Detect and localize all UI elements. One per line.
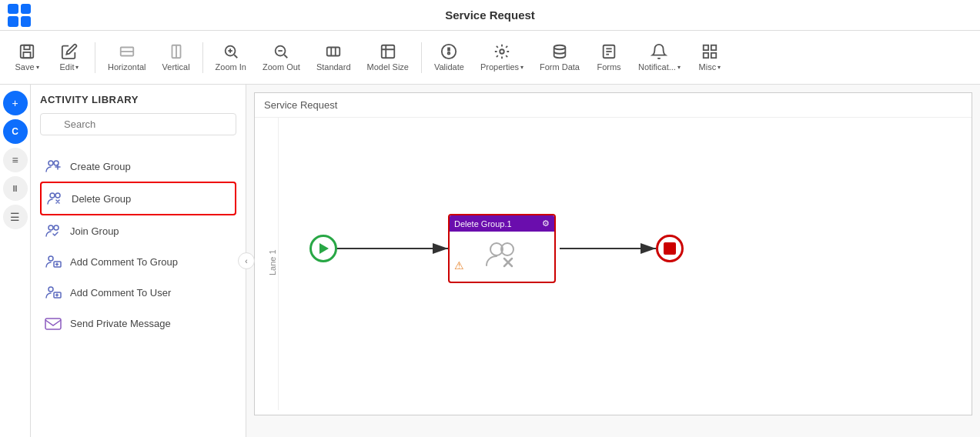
canvas-inner: Lane 1 (255, 118, 972, 410)
svg-rect-38 (45, 319, 61, 329)
lane-content: Delete Group.1 ⚙ ⚠ (278, 118, 972, 410)
library-item-send-private-message[interactable]: Send Private Message (40, 308, 236, 339)
toolbar-separator (95, 42, 95, 73)
toolbar: Save▾ Edit▾ Horizontal Vertical Zoom In … (0, 31, 980, 85)
end-node-icon (664, 242, 676, 255)
svg-rect-26 (704, 53, 708, 58)
svg-line-13 (285, 55, 288, 58)
app-icon-cell (8, 4, 18, 15)
canvas-container: Service Request Lane 1 (254, 92, 972, 415)
canvas-area: Service Request Lane 1 (246, 85, 980, 437)
library-title: ACTIVITY LIBRARY (40, 94, 236, 105)
search-input[interactable] (40, 113, 236, 135)
send-private-message-icon (44, 314, 62, 332)
svg-line-10 (234, 55, 237, 58)
list-icon-button[interactable]: ☰ (3, 205, 28, 229)
library-item-create-group[interactable]: Create Group (40, 151, 236, 182)
svg-point-19 (554, 45, 566, 50)
svg-rect-27 (711, 53, 716, 58)
model-size-button[interactable]: Model Size (361, 39, 415, 75)
misc-button[interactable]: Misc▾ (691, 39, 729, 75)
library-item-add-comment-user[interactable]: Add Comment To User (40, 277, 236, 308)
plus-icon-button[interactable]: + (3, 91, 28, 115)
page-title: Service Request (445, 8, 535, 22)
svg-rect-25 (711, 45, 716, 50)
svg-point-34 (48, 256, 53, 261)
standard-button[interactable]: Standard (310, 39, 357, 75)
flow-diagram (279, 118, 972, 410)
start-node-icon (319, 243, 329, 254)
toolbar-separator (421, 42, 422, 73)
canvas-label: Service Request (255, 93, 972, 118)
svg-rect-1 (24, 45, 29, 50)
svg-point-36 (48, 287, 53, 292)
join-group-icon (44, 222, 62, 240)
svg-point-32 (48, 225, 53, 230)
c-icon-button[interactable]: C (3, 119, 28, 144)
app-icon-cell (8, 16, 18, 27)
add-comment-user-icon (44, 283, 62, 302)
notifications-button[interactable]: Notificat...▾ (632, 39, 687, 75)
zoom-in-button[interactable]: Zoom In (209, 39, 253, 75)
library-item-add-comment-group[interactable]: Add Comment To Group (40, 246, 236, 277)
svg-rect-2 (23, 52, 30, 58)
lines-icon-button[interactable]: ≡ (3, 148, 28, 172)
add-comment-group-icon (44, 252, 62, 271)
edit-button[interactable]: Edit▾ (50, 39, 89, 75)
horizontal-button[interactable]: Horizontal (102, 39, 152, 75)
warning-icon: ⚠ (454, 259, 464, 272)
app-icon-cell (21, 4, 32, 15)
zoom-out-button[interactable]: Zoom Out (256, 39, 306, 75)
end-node (656, 235, 684, 262)
svg-rect-24 (704, 45, 708, 50)
properties-button[interactable]: Properties▾ (474, 39, 530, 75)
svg-rect-14 (327, 48, 340, 56)
collapse-library-button[interactable]: ‹ (238, 252, 255, 269)
library-item-join-group[interactable]: Join Group (40, 215, 236, 246)
gear-icon[interactable]: ⚙ (542, 218, 550, 229)
create-group-icon (44, 157, 62, 175)
ii-icon-button[interactable]: II (3, 176, 28, 201)
svg-point-30 (50, 193, 55, 198)
svg-point-18 (500, 49, 504, 54)
library-item-delete-group[interactable]: Delete Group (40, 182, 236, 215)
main-layout: + C ≡ II ☰ ACTIVITY LIBRARY 🔍 Create Gro… (0, 85, 980, 437)
svg-point-31 (55, 193, 60, 198)
validate-button[interactable]: Validate (428, 39, 470, 75)
start-node (309, 235, 337, 262)
delete-group-node-icon (483, 239, 521, 269)
activity-node-header: Delete Group.1 ⚙ (450, 215, 554, 232)
save-button[interactable]: Save▾ (8, 39, 46, 75)
side-icons: + C ≡ II ☰ (0, 85, 31, 437)
delete-group-icon (45, 189, 64, 208)
svg-point-33 (54, 225, 59, 230)
app-icon-cell (21, 16, 32, 27)
app-icon (8, 4, 31, 27)
vertical-button[interactable]: Vertical (156, 39, 196, 75)
top-bar: Service Request (0, 0, 980, 31)
lane-label: Lane 1 (268, 252, 277, 275)
activity-node-delete-group[interactable]: Delete Group.1 ⚙ ⚠ (448, 214, 556, 283)
svg-rect-17 (381, 45, 394, 58)
search-wrapper: 🔍 (40, 113, 236, 143)
activity-node-body: ⚠ (450, 232, 554, 276)
svg-point-28 (48, 161, 53, 165)
forms-button[interactable]: Forms (590, 39, 628, 75)
activity-library: ACTIVITY LIBRARY 🔍 Create Group Dele (31, 85, 246, 437)
toolbar-separator (202, 42, 203, 73)
form-data-button[interactable]: Form Data (533, 39, 586, 75)
